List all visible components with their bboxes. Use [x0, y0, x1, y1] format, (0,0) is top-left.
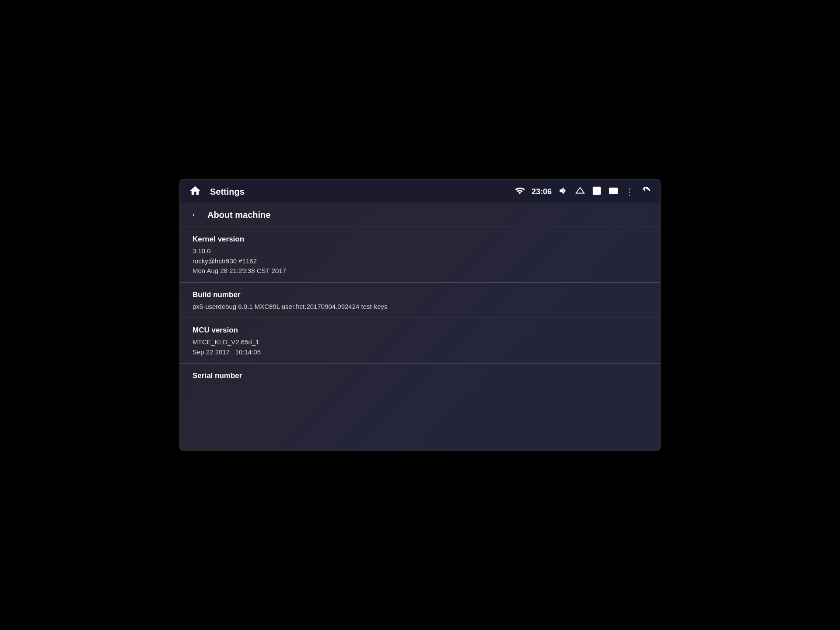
wifi-icon	[515, 186, 525, 197]
more-options-icon[interactable]: ⋮	[625, 186, 634, 197]
build-number-section: Build number px5-userdebug 6.0.1 MXC89L …	[180, 283, 660, 318]
mcu-version-value: MTCE_KLD_V2.65d_1Sep 22 2017 10:14:05	[192, 337, 648, 357]
device-frame: Settings 23:06	[179, 179, 661, 451]
status-time: 23:06	[532, 187, 552, 196]
eject-icon	[575, 186, 585, 197]
kernel-version-section: Kernel version 3.10.0rocky@hctr930 #1162…	[180, 227, 660, 283]
back-button[interactable]: ←	[191, 209, 200, 220]
svg-marker-0	[576, 188, 584, 193]
build-number-label: Build number	[192, 290, 648, 299]
build-number-value: px5-userdebug 6.0.1 MXC89L user.hct.2017…	[192, 302, 648, 312]
status-bar: Settings 23:06	[180, 180, 660, 203]
serial-number-label: Serial number	[192, 371, 648, 380]
status-bar-left: Settings	[189, 185, 245, 199]
screen-content: Settings 23:06	[180, 180, 660, 450]
info-list: Kernel version 3.10.0rocky@hctr930 #1162…	[180, 227, 660, 389]
back-nav-icon[interactable]	[641, 186, 651, 197]
window-icon	[609, 186, 618, 197]
kernel-version-value: 3.10.0rocky@hctr930 #1162Mon Aug 28 21:2…	[192, 246, 648, 276]
kernel-version-label: Kernel version	[192, 235, 648, 244]
svg-rect-4	[609, 188, 617, 194]
home-icon[interactable]	[189, 185, 201, 199]
mcu-version-section: MCU version MTCE_KLD_V2.65d_1Sep 22 2017…	[180, 318, 660, 364]
settings-title: Settings	[210, 187, 245, 197]
close-box-icon	[592, 186, 602, 197]
mcu-version-label: MCU version	[192, 326, 648, 335]
page-header: ← About machine	[180, 203, 660, 227]
volume-icon	[559, 186, 568, 197]
status-bar-right: 23:06	[515, 186, 651, 197]
page-title: About machine	[207, 210, 270, 220]
serial-number-section: Serial number	[180, 364, 660, 389]
